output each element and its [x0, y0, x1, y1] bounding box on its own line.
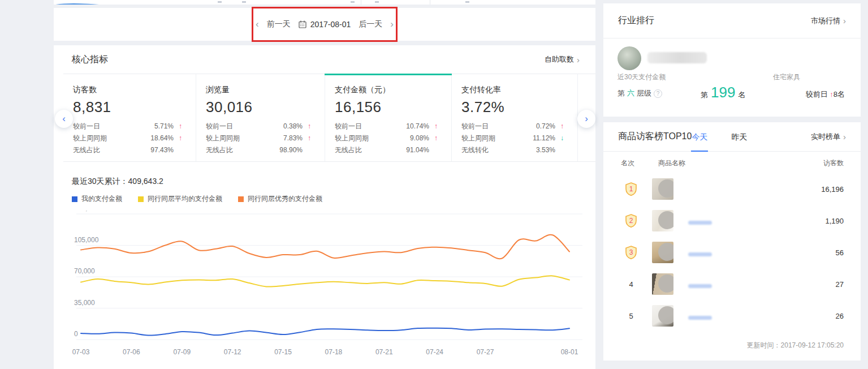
update-timestamp: 更新时间：2017-09-12 17:05:20: [603, 341, 861, 350]
product-thumbnail: [652, 305, 673, 327]
trend-chart-block: 最近30天累计：409,643.2 我的支付金额 同行同层平均的支付金额 同行同…: [54, 162, 595, 364]
icon-fragment: [218, 1, 222, 3]
product-thumbnail: [652, 210, 673, 231]
product-thumbnail: [652, 242, 673, 263]
product-name-redacted: [688, 284, 712, 288]
shop-name-redacted: [647, 52, 707, 63]
trend-arrow-icon: [429, 144, 438, 156]
market-conditions-link[interactable]: 市场行情 ›: [811, 16, 846, 26]
product-row[interactable]: 22 1,190: [603, 205, 861, 237]
rank-number: 199: [711, 84, 735, 101]
svg-text:07-09: 07-09: [173, 348, 191, 356]
tab-yesterday[interactable]: 昨天: [731, 122, 747, 152]
metric-card-payment-amount[interactable]: 支付金额（元） 16,156 较前一日10.74%↑ 较上周同期9.08%↑ 无…: [325, 74, 452, 161]
svg-text:140,000: 140,000: [74, 211, 99, 212]
cropped-top-strip: [54, 0, 595, 5]
legend-swatch-icon: [72, 196, 77, 202]
trend-arrow-icon: [303, 144, 311, 156]
divider: [361, 0, 361, 5]
rank-badge-icon: 2: [625, 214, 637, 228]
trend-arrow-icon: ↑: [303, 121, 311, 132]
svg-text:70,000: 70,000: [74, 267, 95, 275]
visitor-count: 16,196: [821, 185, 844, 194]
trend-arrow-icon: [555, 144, 564, 156]
product-thumbnail: [652, 273, 673, 295]
svg-text:07-03: 07-03: [72, 348, 90, 356]
svg-text:0: 0: [74, 330, 78, 338]
rank-badge-icon: 3: [625, 246, 637, 259]
svg-text:08-01: 08-01: [561, 348, 578, 356]
legend-item-peer-best[interactable]: 同行同层优秀的支付金额: [238, 194, 322, 204]
icon-fragment: [375, 1, 379, 3]
svg-text:3: 3: [629, 248, 633, 256]
column-rank: 名次: [621, 158, 634, 168]
sparkline-fragment: [54, 3, 124, 5]
trend-arrow-icon: ↑: [174, 121, 182, 132]
product-name-redacted: [688, 221, 712, 225]
prev-day-chevron-icon[interactable]: ‹: [256, 19, 259, 30]
prev-day-button[interactable]: 前一天: [267, 19, 291, 29]
self-service-data-link[interactable]: 自助取数 ›: [545, 54, 580, 65]
section-title: 行业排行: [618, 15, 654, 27]
next-day-button[interactable]: 后一天: [359, 19, 382, 29]
next-day-chevron-icon[interactable]: ›: [390, 19, 394, 30]
trend-arrow-icon: ↑: [429, 121, 438, 132]
legend-swatch-icon: [238, 196, 244, 202]
icon-fragment: [242, 1, 246, 3]
product-row[interactable]: 4 27: [603, 268, 861, 300]
trend-arrow-icon: ↑: [429, 132, 438, 144]
help-icon[interactable]: ?: [654, 89, 662, 98]
shop-avatar: [617, 46, 641, 70]
svg-text:07-27: 07-27: [477, 348, 494, 356]
core-metrics-card: 核心指标 自助取数 › 访客数 8,831 较前一日5.71%↑ 较上周同期18…: [54, 45, 595, 369]
metric-card-pageviews[interactable]: 浏览量 30,016 较前一日0.38%↑ 较上周同期7.83%↑ 无线占比98…: [196, 74, 325, 161]
svg-text:07-15: 07-15: [274, 348, 292, 356]
svg-text:07-06: 07-06: [123, 348, 140, 356]
calendar-icon: [299, 20, 306, 28]
tab-today[interactable]: 今天: [692, 122, 707, 152]
chevron-right-icon: ›: [843, 16, 846, 25]
chevron-right-icon: ›: [843, 132, 846, 141]
rank-change-vs-prev-day: 较前日 ↑8名: [806, 89, 845, 100]
svg-text:105,000: 105,000: [74, 236, 99, 244]
legend-item-mine[interactable]: 我的支付金额: [72, 194, 122, 204]
metrics-scroll-right-button[interactable]: ›: [577, 110, 595, 128]
trend-arrow-icon: ↑: [303, 132, 311, 144]
product-list: 11 16,196 22 1,190 33 56 4 27: [603, 173, 861, 332]
payment-trend-line-chart: 035,00070,000105,000140,00007-0307-0607-…: [72, 211, 582, 362]
metrics-scroll-left-button[interactable]: ‹: [55, 110, 73, 128]
product-name-redacted: [688, 252, 712, 256]
icon-fragment: [465, 1, 469, 3]
visitor-count: 26: [836, 312, 844, 320]
visitor-count: 27: [836, 280, 844, 289]
dashboard-page: ‹ 前一天 2017-08-01 后一天 › 核心指标 自助取数: [0, 0, 868, 369]
metric-card-strip: 访客数 8,831 较前一日5.71%↑ 较上周同期18.64%↑ 无线占比97…: [63, 74, 595, 162]
product-row[interactable]: 33 56: [603, 237, 861, 268]
industry-rank: 第 199 名: [701, 84, 745, 101]
rank-badge-icon: 1: [625, 182, 637, 196]
legend-swatch-icon: [138, 196, 144, 202]
column-visitors: 访客数: [823, 158, 844, 168]
trend-arrow-icon: [174, 144, 182, 156]
product-row[interactable]: 5 26: [603, 300, 861, 332]
metric-value: 8,831: [73, 98, 182, 116]
visitor-count: 56: [836, 248, 844, 257]
section-title: 商品访客榜TOP10: [618, 131, 692, 143]
product-thumbnail: [652, 178, 673, 200]
svg-text:35,000: 35,000: [74, 299, 95, 307]
metric-card-visitors[interactable]: 访客数 8,831 较前一日5.71%↑ 较上周同期18.64%↑ 无线占比97…: [63, 74, 196, 161]
date-picker[interactable]: 2017-08-01: [299, 20, 351, 29]
realtime-ranking-link[interactable]: 实时榜单 ›: [811, 132, 846, 142]
industry-ranking-card: 行业排行 市场行情 › 近30天支付金额 住宅家具 第 六 层级 ? 第 199…: [603, 3, 861, 117]
metric-value: 16,156: [335, 98, 438, 116]
metric-value: 30,016: [206, 98, 311, 116]
visitor-count: 1,190: [825, 217, 844, 225]
metric-value: 3.72%: [461, 98, 564, 116]
svg-text:2: 2: [629, 217, 633, 225]
legend-item-peer-average[interactable]: 同行同层平均的支付金额: [138, 194, 222, 204]
svg-text:07-21: 07-21: [375, 348, 393, 356]
chevron-right-icon: ›: [577, 55, 580, 65]
product-row[interactable]: 11 16,196: [603, 173, 861, 205]
trend-arrow-icon: ↓: [555, 132, 564, 144]
metric-card-conversion-rate[interactable]: 支付转化率 3.72% 较前一日0.72%↑ 较上周同期11.12%↓ 无线转化…: [452, 74, 578, 161]
